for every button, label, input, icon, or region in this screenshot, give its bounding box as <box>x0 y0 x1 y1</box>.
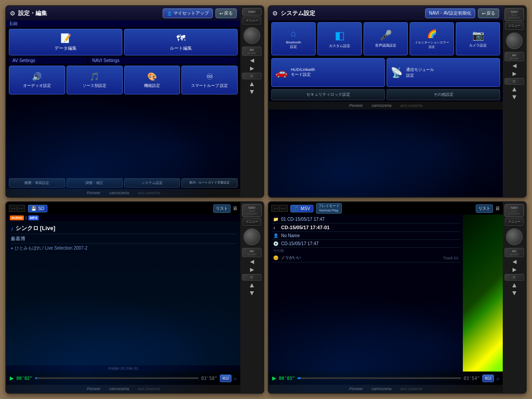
smartloop-icon: ♾ <box>206 72 213 82</box>
progress-fill-3 <box>35 377 37 379</box>
player-bottom-3: ▶ 00'02" 03'58" 発話 ⌂ <box>6 372 240 385</box>
bt-icon-4: ⌂ <box>497 376 499 381</box>
arrow-down-1[interactable]: ▶ <box>250 65 254 72</box>
navi-label: NAVI <box>243 10 260 14</box>
list-item[interactable]: ♪ CD-15/05/17 17:47-01 <box>271 223 460 232</box>
list-item[interactable]: 👤 No Name <box>271 232 460 240</box>
my-setup-button[interactable]: 👤 マイセットアップ <box>163 8 213 18</box>
arrow-up-3[interactable]: ◀ <box>511 87 518 92</box>
av-button-1[interactable]: AV AV OFF <box>242 47 262 56</box>
av-button-2[interactable]: AV AV OFF <box>505 52 524 61</box>
monitor-icon-4: 🖥 <box>495 205 500 211</box>
model-number-3: AVIC-ZH0007W <box>138 387 160 391</box>
audio-label: オーディオ設定 <box>23 83 51 89</box>
source-icon-4: 🎵 <box>293 206 299 211</box>
arrow-right-4[interactable]: ▶ <box>512 266 517 273</box>
menu-button-2[interactable]: メニュー <box>505 22 524 30</box>
list-item[interactable]: 😊 ノリがいい Track 01 <box>271 254 460 262</box>
other-settings-tab[interactable]: その他設定 <box>387 89 500 100</box>
volume-knob-4[interactable] <box>506 228 523 245</box>
total-time-4: 03'54" <box>464 376 480 381</box>
play-mode-label: プレイモード <box>318 204 340 208</box>
av-label-3: AV <box>243 249 261 253</box>
hud-settings-button[interactable]: 🚗 HUD/Linkwith モード設定 <box>271 58 385 87</box>
list-item[interactable]: 💿 CD-15/05/17 17:47 <box>271 240 460 248</box>
screen-sd-player: --:-- 💾 SD リスト 🖥 AUDIO | MP3 シンクロ [Live]… <box>6 202 240 393</box>
time-display-3: --:-- <box>9 205 25 212</box>
volume-knob-3[interactable] <box>243 228 260 245</box>
menu-button-1[interactable]: メニュー <box>243 16 261 24</box>
arrow-right-3[interactable]: ▶ <box>250 266 254 273</box>
navi-button-3[interactable]: NAVI NAVI STANDBY <box>242 204 262 217</box>
av-button-4[interactable]: AV AV OFF <box>505 248 524 257</box>
c-button-4[interactable]: C <box>505 274 524 281</box>
back-arrow-2: ↩ <box>482 11 485 16</box>
voice-settings-button[interactable]: 🎤 音声認識設定 <box>364 22 408 55</box>
arrow-up-1[interactable]: ◀ <box>250 57 254 64</box>
arrow-down-3[interactable]: ▶ <box>511 95 518 100</box>
call-button-4[interactable]: 発話 <box>482 375 494 382</box>
progress-bar-3[interactable] <box>35 377 199 379</box>
navi-av-reset-button[interactable]: NAVI・AV設定初期化 <box>425 8 475 18</box>
illumination-icon: 🌈 <box>427 29 437 39</box>
list-item[interactable]: 📁 01 CD-15/05/17 17:47 <box>271 215 460 223</box>
brand-bar: Pioneer carrozzeria AVIC-ZH0007W <box>6 189 240 197</box>
security-lock-tab[interactable]: セキュリティロック設定 <box>271 89 385 100</box>
play-mode-badge: プレイモード Normal Play <box>316 203 342 213</box>
function-settings-button[interactable]: 🎨 機能設定 <box>124 66 180 94</box>
navi-button-4[interactable]: NAVI NAVI STANDBY <box>505 204 524 217</box>
camera-settings-button[interactable]: 📷 カメラ設定 <box>456 22 500 55</box>
menu-button-4[interactable]: メニュー <box>505 218 524 226</box>
track-info-3: シンクロ [Live] 秦基博 ひとみもぼれ / Live Selection … <box>6 221 240 365</box>
c-button-1[interactable]: C <box>242 73 262 79</box>
route-edit-button[interactable]: 🗺 ルート編集 <box>124 29 238 55</box>
module-settings-button[interactable]: 📡 通信モジュール 設定 <box>387 58 500 87</box>
c-button-2[interactable]: C <box>505 78 524 85</box>
arrow-up-5[interactable]: ◀ <box>511 283 518 288</box>
call-button-3[interactable]: 発話 <box>220 375 231 382</box>
source-settings-button[interactable]: 🎵 ソース別設定 <box>66 66 123 94</box>
system-tab[interactable]: システム設定 <box>124 178 180 188</box>
audio-tag: AUDIO <box>10 215 24 220</box>
arrow-down-4[interactable]: ▶ <box>248 291 255 296</box>
custom-settings-button[interactable]: ◧ カスタム設定 <box>317 22 362 55</box>
volume-knob-2[interactable] <box>506 32 523 49</box>
adjust-tab[interactable]: 調整・補正 <box>66 178 123 188</box>
fuel-tab[interactable]: 燃費・車両設定 <box>9 178 65 188</box>
audio-settings-button[interactable]: 🔊 オーディオ設定 <box>9 66 65 94</box>
navi-button-1[interactable]: NAVI <box>242 8 262 16</box>
function-icon: 🎨 <box>147 72 157 82</box>
list-button-3[interactable]: リスト <box>213 204 231 213</box>
volume-knob-1[interactable] <box>243 27 260 44</box>
source-label-3: SD <box>38 206 44 211</box>
edit-section-label: Edit <box>6 20 240 27</box>
menu-label-2: メニュー <box>506 23 522 28</box>
track-disc-label: CD-15/05/17 17:47 <box>281 241 319 246</box>
total-time-3: 03'58" <box>201 376 217 381</box>
guidance-tab[interactable]: 案内・ルートガイド音量設定 <box>181 178 238 188</box>
data-edit-button[interactable]: 📝 データ編集 <box>9 29 122 55</box>
arrow-left-2[interactable]: ◀ <box>512 62 517 69</box>
track-title-3: シンクロ [Live] <box>11 223 236 234</box>
arrow-left-4[interactable]: ◀ <box>512 258 517 265</box>
arrow-up-4[interactable]: ◀ <box>248 283 255 288</box>
c-button-3[interactable]: C <box>242 274 262 281</box>
arrow-down-5[interactable]: ▶ <box>511 291 518 296</box>
arrow-up-2[interactable]: ◀ <box>248 82 255 86</box>
arrow-down-2[interactable]: ▶ <box>248 90 255 94</box>
progress-bar-4[interactable] <box>297 377 461 379</box>
arrow-right-2[interactable]: ▶ <box>512 70 517 77</box>
illumination-settings-button[interactable]: 🌈 イルミネーションカラー 設定 <box>410 22 454 55</box>
av-button-3[interactable]: AV AV OFF <box>242 248 262 257</box>
back-label: 戻る <box>224 10 233 16</box>
arrow-left-3[interactable]: ◀ <box>250 258 254 265</box>
bluetooth-settings-button[interactable]: ⌂ Bluetooth 設定 <box>271 22 316 55</box>
menu-button-3[interactable]: メニュー <box>243 218 261 226</box>
side-controls-4: NAVI NAVI STANDBY メニュー AV AV OFF ◀ ▶ C ◀… <box>503 202 526 393</box>
back-button[interactable]: ↩ 戻る <box>215 8 237 18</box>
current-time-3: 00'02" <box>16 376 32 381</box>
smartloop-settings-button[interactable]: ♾ スマートループ 設定 <box>181 66 238 94</box>
back-button-2[interactable]: ↩ 戻る <box>478 8 499 18</box>
list-button-4[interactable]: リスト <box>476 204 493 213</box>
navi-button-2[interactable]: NAVI NAVI STANDBY <box>505 8 524 21</box>
